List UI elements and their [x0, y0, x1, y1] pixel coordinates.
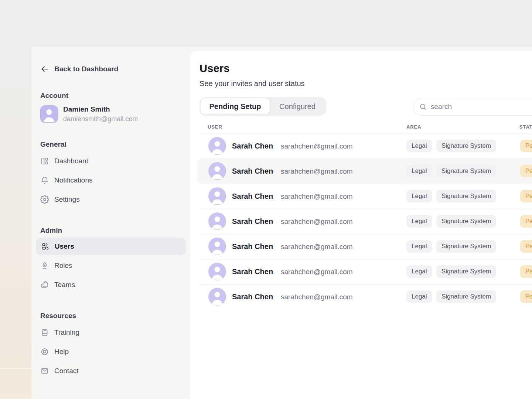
account-name: Damien Smith [63, 105, 138, 114]
sidebar-item-label: Roles [54, 262, 72, 270]
sidebar-item-training[interactable]: Training [40, 323, 186, 342]
user-name: Sarah Chen [232, 192, 273, 201]
table-row[interactable]: Sarah Chen sarahchen@gmail.com Legal Sig… [200, 158, 532, 184]
status-badge: Pending [520, 265, 532, 278]
system-badge: Signature System [436, 140, 496, 152]
bell-icon [40, 176, 49, 185]
system-badge: Signature System [436, 265, 496, 278]
system-badge: Signature System [436, 190, 496, 202]
sidebar-item-contact[interactable]: Contact [40, 361, 186, 381]
user-name: Sarah Chen [232, 242, 273, 251]
status-badge: Pending [520, 140, 532, 152]
user-email: sarahchen@gmail.com [281, 293, 353, 301]
user-name: Sarah Chen [232, 217, 273, 226]
tab-group: Pending Setup Configured [200, 97, 326, 116]
dashboard-icon [40, 157, 49, 166]
sidebar-item-settings[interactable]: Settings [40, 190, 186, 209]
status-badge: Pending [520, 215, 532, 228]
status-badge: Pending [520, 290, 532, 303]
section-title-account: Account [40, 92, 186, 99]
sidebar-item-label: Notifications [54, 176, 93, 184]
status-badge: Pending [520, 165, 532, 177]
mail-icon [40, 366, 49, 375]
user-avatar [208, 212, 226, 230]
person-icon [208, 263, 226, 280]
system-badge: Signature System [436, 290, 496, 303]
back-to-dashboard-link[interactable]: Back to Dashboard [40, 64, 186, 74]
user-avatar [208, 187, 226, 205]
sidebar-item-dashboard[interactable]: Dashboard [40, 151, 186, 171]
users-icon [41, 242, 50, 251]
sidebar-item-users[interactable]: Users [36, 238, 186, 255]
column-header-area: AREA [406, 124, 421, 130]
sidebar: Back to Dashboard Account Damien Smith d… [31, 47, 190, 399]
area-badge: Legal [406, 140, 432, 152]
search-input[interactable] [431, 103, 532, 111]
user-avatar [208, 162, 226, 180]
toolbar: Pending Setup Configured [200, 97, 532, 116]
section-title-resources: Resources [40, 312, 186, 319]
sidebar-item-label: Contact [54, 367, 78, 375]
area-badge: Legal [406, 165, 432, 177]
resources-nav: Training Help Contact [40, 323, 186, 381]
admin-nav: Users Roles Teams [40, 238, 186, 294]
user-email: sarahchen@gmail.com [281, 167, 353, 175]
user-email: sarahchen@gmail.com [281, 268, 353, 276]
sidebar-item-label: Training [54, 328, 79, 337]
user-table-body: Sarah Chen sarahchen@gmail.com Legal Sig… [200, 133, 532, 309]
sidebar-item-label: Settings [54, 195, 80, 204]
user-name: Sarah Chen [232, 142, 273, 150]
section-title-admin: Admin [40, 226, 186, 233]
user-avatar [208, 263, 226, 280]
table-row[interactable]: Sarah Chen sarahchen@gmail.com Legal Sig… [200, 184, 532, 209]
user-name: Sarah Chen [232, 267, 273, 276]
person-icon [40, 105, 58, 123]
gear-icon [40, 195, 49, 204]
area-badge: Legal [406, 290, 432, 303]
table-header: USER AREA STATUS [200, 123, 532, 133]
search-box[interactable] [413, 98, 532, 116]
user-email: sarahchen@gmail.com [281, 243, 353, 251]
sidebar-item-label: Teams [54, 281, 75, 289]
page-title: Users [200, 62, 532, 75]
sidebar-item-roles[interactable]: Roles [40, 256, 186, 275]
user-avatar [208, 288, 226, 306]
person-icon [208, 137, 226, 155]
area-badge: Legal [406, 190, 432, 202]
search-icon [419, 103, 427, 111]
tab-configured[interactable]: Configured [270, 98, 325, 115]
area-badge: Legal [406, 265, 432, 278]
person-icon [208, 187, 226, 205]
back-to-dashboard-label: Back to Dashboard [54, 65, 118, 73]
table-row[interactable]: Sarah Chen sarahchen@gmail.com Legal Sig… [200, 284, 532, 309]
page-background-strip [0, 0, 31, 399]
life-ring-icon [40, 347, 49, 356]
bag-icon [40, 280, 49, 289]
table-row[interactable]: Sarah Chen sarahchen@gmail.com Legal Sig… [200, 234, 532, 259]
account-email: damiensmith@gmail.com [63, 115, 138, 123]
area-badge: Legal [406, 240, 432, 253]
person-icon [208, 238, 226, 255]
section-title-general: General [40, 140, 186, 147]
area-badge: Legal [406, 215, 432, 228]
sidebar-item-label: Help [54, 348, 69, 356]
sidebar-item-help[interactable]: Help [40, 342, 186, 361]
system-badge: Signature System [436, 165, 496, 177]
book-icon [40, 328, 49, 337]
status-badge: Pending [520, 240, 532, 253]
table-row[interactable]: Sarah Chen sarahchen@gmail.com Legal Sig… [200, 209, 532, 234]
tab-pending-setup[interactable]: Pending Setup [201, 98, 270, 115]
sidebar-item-notifications[interactable]: Notifications [40, 171, 186, 190]
person-icon [208, 288, 226, 306]
user-avatar [208, 238, 226, 255]
page-subtitle: See your invites and user status [200, 79, 532, 88]
user-email: sarahchen@gmail.com [281, 192, 353, 201]
person-icon [208, 212, 226, 230]
general-nav: Dashboard Notifications Settings [40, 151, 186, 209]
table-row[interactable]: Sarah Chen sarahchen@gmail.com Legal Sig… [200, 259, 532, 284]
sidebar-item-teams[interactable]: Teams [40, 275, 186, 294]
user-name: Sarah Chen [232, 293, 273, 301]
user-avatar [208, 137, 226, 155]
app-panel: Back to Dashboard Account Damien Smith d… [31, 47, 532, 399]
table-row[interactable]: Sarah Chen sarahchen@gmail.com Legal Sig… [200, 133, 532, 158]
